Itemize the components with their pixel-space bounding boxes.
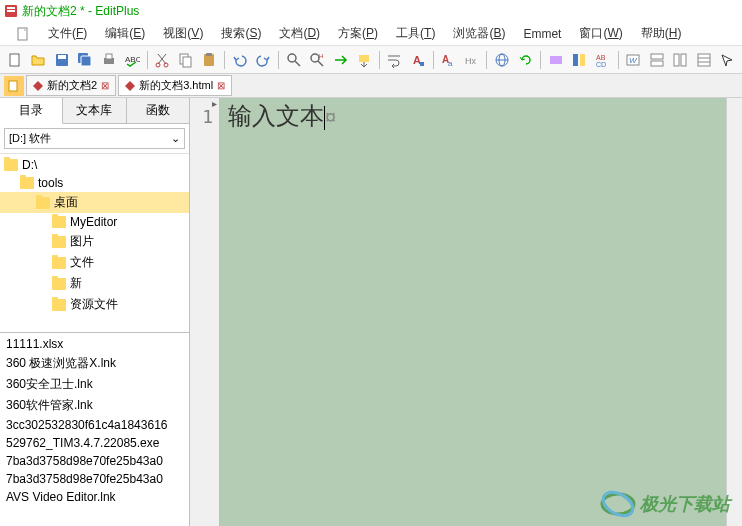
tab-diamond-icon bbox=[125, 81, 135, 91]
find-icon[interactable] bbox=[283, 49, 304, 71]
replace-icon[interactable]: H bbox=[306, 49, 327, 71]
print-icon[interactable] bbox=[98, 49, 119, 71]
eol-marker-icon: ¤ bbox=[325, 106, 336, 128]
document-tab-active[interactable]: 新的文档3.html ⊠ bbox=[118, 75, 232, 96]
font-a-icon[interactable]: A bbox=[407, 49, 428, 71]
menu-emmet[interactable]: Emmet bbox=[515, 25, 569, 43]
tree-item[interactable]: 文件 bbox=[0, 252, 189, 273]
color-a-icon[interactable]: Aa bbox=[438, 49, 459, 71]
tab-close-icon[interactable]: ⊠ bbox=[217, 80, 225, 91]
editor-content[interactable]: 输入文本¤ bbox=[220, 98, 742, 526]
menu-browser[interactable]: 浏览器(B) bbox=[445, 23, 513, 44]
svg-text:a: a bbox=[448, 59, 453, 68]
tree-item[interactable]: 资源文件 bbox=[0, 294, 189, 315]
browser-icon[interactable] bbox=[491, 49, 512, 71]
bookmark-icon[interactable] bbox=[569, 49, 590, 71]
svg-text:A: A bbox=[413, 54, 421, 66]
main-area: 目录 文本库 函数 [D:] 软件 ⌄ D:\tools桌面MyEditor图片… bbox=[0, 98, 742, 526]
editor-text: 输入文本 bbox=[228, 102, 324, 129]
file-list[interactable]: 11111.xlsx360 极速浏览器X.lnk360安全卫士.lnk360软件… bbox=[0, 333, 189, 526]
menu-edit[interactable]: 编辑(E) bbox=[97, 23, 153, 44]
svg-rect-46 bbox=[9, 81, 17, 91]
folder-icon bbox=[36, 197, 50, 209]
split-h-icon[interactable] bbox=[646, 49, 667, 71]
chevron-down-icon: ⌄ bbox=[171, 132, 180, 145]
save-icon[interactable] bbox=[51, 49, 72, 71]
tree-item-label: 新 bbox=[70, 275, 82, 292]
refresh-icon[interactable] bbox=[515, 49, 536, 71]
redo-icon[interactable] bbox=[252, 49, 273, 71]
menu-tools[interactable]: 工具(T) bbox=[388, 23, 443, 44]
drive-selector[interactable]: [D:] 软件 ⌄ bbox=[4, 128, 185, 149]
menu-file[interactable]: 文件(F) bbox=[40, 23, 95, 44]
watermark-text: 极光下载站 bbox=[640, 492, 730, 516]
arrow-icon[interactable] bbox=[716, 49, 737, 71]
editor-area[interactable]: ▸ 1 输入文本¤ 极光下载站 bbox=[190, 98, 742, 526]
svg-text:Hx: Hx bbox=[465, 56, 476, 66]
folder-icon bbox=[4, 159, 18, 171]
folder-icon bbox=[52, 299, 66, 311]
file-item[interactable]: 529762_TIM3.4.7.22085.exe bbox=[0, 434, 189, 452]
tool1-icon[interactable] bbox=[545, 49, 566, 71]
title-bar: 新的文档2 * - EditPlus bbox=[0, 0, 742, 22]
file-item[interactable]: 360 极速浏览器X.lnk bbox=[0, 353, 189, 374]
window-title: 新的文档2 * - EditPlus bbox=[22, 3, 139, 20]
tree-item[interactable]: MyEditor bbox=[0, 213, 189, 231]
svg-text:AB: AB bbox=[596, 54, 606, 61]
folder-icon bbox=[20, 177, 34, 189]
menu-document[interactable]: 文档(D) bbox=[271, 23, 328, 44]
file-item[interactable]: 11111.xlsx bbox=[0, 335, 189, 353]
menu-search[interactable]: 搜索(S) bbox=[213, 23, 269, 44]
file-item[interactable]: AVS Video Editor.lnk bbox=[0, 488, 189, 506]
save-all-icon[interactable] bbox=[74, 49, 95, 71]
copy-icon[interactable] bbox=[175, 49, 196, 71]
undo-icon[interactable] bbox=[229, 49, 250, 71]
toolbar: ABC H A Aa Hx ABCD W bbox=[0, 46, 742, 74]
tool-w-icon[interactable]: W bbox=[623, 49, 644, 71]
sidebar-tab-cliptext[interactable]: 文本库 bbox=[63, 98, 126, 123]
tree-item[interactable]: 图片 bbox=[0, 231, 189, 252]
vertical-scrollbar[interactable] bbox=[726, 98, 742, 526]
spell-check-icon[interactable]: ABC bbox=[121, 49, 142, 71]
paste-icon[interactable] bbox=[199, 49, 220, 71]
svg-line-21 bbox=[318, 61, 323, 66]
menu-project[interactable]: 方案(P) bbox=[330, 23, 386, 44]
file-item[interactable]: 360安全卫士.lnk bbox=[0, 374, 189, 395]
folder-icon bbox=[52, 257, 66, 269]
svg-text:ABC: ABC bbox=[125, 55, 140, 64]
find-next-icon[interactable] bbox=[353, 49, 374, 71]
folder-tree[interactable]: D:\tools桌面MyEditor图片文件新资源文件 bbox=[0, 153, 189, 333]
cut-icon[interactable] bbox=[152, 49, 173, 71]
menu-help[interactable]: 帮助(H) bbox=[633, 23, 690, 44]
sidebar-tab-directory[interactable]: 目录 bbox=[0, 98, 63, 124]
svg-text:H: H bbox=[319, 53, 323, 59]
toolbar-separator bbox=[278, 51, 279, 69]
settings-icon[interactable] bbox=[693, 49, 714, 71]
tree-item[interactable]: D:\ bbox=[0, 156, 189, 174]
line-gutter: ▸ 1 bbox=[190, 98, 220, 526]
document-tab[interactable]: 新的文档2 ⊠ bbox=[26, 75, 116, 96]
file-item[interactable]: 7ba3d3758d98e70fe25b43a0 bbox=[0, 452, 189, 470]
goto-icon[interactable] bbox=[330, 49, 351, 71]
ab-icon[interactable]: ABCD bbox=[592, 49, 613, 71]
new-file-icon[interactable] bbox=[4, 49, 25, 71]
svg-rect-42 bbox=[681, 54, 686, 66]
tree-item[interactable]: tools bbox=[0, 174, 189, 192]
split-v-icon[interactable] bbox=[670, 49, 691, 71]
open-file-icon[interactable] bbox=[27, 49, 48, 71]
menu-view[interactable]: 视图(V) bbox=[155, 23, 211, 44]
svg-rect-23 bbox=[359, 55, 369, 62]
file-item[interactable]: 3cc302532830f61c4a1843616 bbox=[0, 416, 189, 434]
menu-window[interactable]: 窗口(W) bbox=[571, 23, 630, 44]
line-number: 1 bbox=[190, 106, 219, 127]
wordwrap-icon[interactable] bbox=[384, 49, 405, 71]
new-tab-button[interactable] bbox=[4, 76, 24, 96]
tab-close-icon[interactable]: ⊠ bbox=[101, 80, 109, 91]
tree-item[interactable]: 新 bbox=[0, 273, 189, 294]
tree-item[interactable]: 桌面 bbox=[0, 192, 189, 213]
file-item[interactable]: 7ba3d3758d98e70fe25b43a0 bbox=[0, 470, 189, 488]
hex-icon[interactable]: Hx bbox=[461, 49, 482, 71]
menu-new-icon[interactable] bbox=[8, 25, 38, 43]
file-item[interactable]: 360软件管家.lnk bbox=[0, 395, 189, 416]
sidebar-tab-functions[interactable]: 函数 bbox=[127, 98, 189, 123]
